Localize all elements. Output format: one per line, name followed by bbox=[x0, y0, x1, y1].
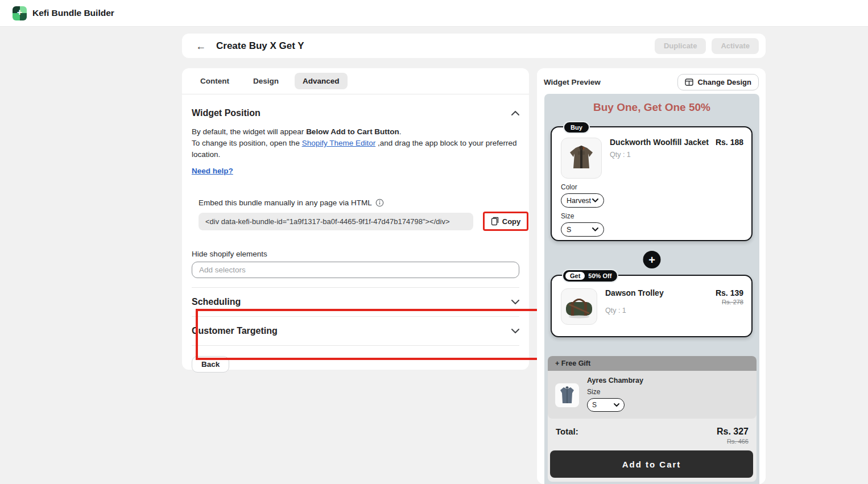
chevron-down-icon bbox=[592, 198, 598, 202]
widget-position-header[interactable]: Widget Position bbox=[192, 94, 519, 126]
embed-label: Embed this bundle manually in any page v… bbox=[199, 198, 384, 207]
copy-button[interactable]: Copy bbox=[483, 212, 528, 231]
buy-badge: Buy bbox=[563, 121, 590, 134]
selectors-input[interactable] bbox=[192, 262, 519, 278]
embed-code-field[interactable]: <div data-kefi-bundle-id="1a9f1317-ba0f-… bbox=[199, 213, 473, 230]
product-name: Dawson Trolley bbox=[605, 288, 664, 297]
add-to-cart-button[interactable]: Add to Cart bbox=[550, 450, 753, 478]
tab-design[interactable]: Design bbox=[245, 73, 287, 89]
page-header: ← Create Buy X Get Y Duplicate Activate bbox=[182, 34, 766, 58]
position-description: By default, the widget will appear Below… bbox=[192, 126, 519, 160]
product-qty: Qty : 1 bbox=[605, 307, 743, 315]
app-title: Kefi Bundle Builder bbox=[32, 8, 114, 18]
change-design-button[interactable]: Change Design bbox=[677, 74, 759, 90]
size-select[interactable]: S bbox=[561, 222, 604, 237]
widget-preview-label: Widget Preview bbox=[544, 78, 601, 86]
embed-section: Embed this bundle manually in any page v… bbox=[192, 189, 519, 242]
plus-icon[interactable]: + bbox=[643, 251, 661, 268]
product-price: Rs. 188 bbox=[716, 138, 743, 147]
product-price: Rs. 139 bbox=[716, 288, 743, 297]
total-label: Total: bbox=[556, 427, 578, 445]
free-gift-header: + Free Gift bbox=[548, 356, 757, 371]
tab-bar: Content Design Advanced bbox=[182, 68, 529, 94]
gift-product-name: Ayres Chambray bbox=[587, 377, 643, 384]
back-arrow-icon[interactable]: ← bbox=[196, 41, 206, 51]
trolley-product-image bbox=[561, 288, 597, 325]
widget-preview-card: Widget Preview Change Design Buy One, Ge… bbox=[537, 68, 766, 484]
product-qty: Qty : 1 bbox=[610, 151, 743, 159]
chevron-up-icon[interactable] bbox=[511, 111, 519, 115]
need-help-link[interactable]: Need help? bbox=[192, 167, 233, 175]
scheduling-title: Scheduling bbox=[192, 297, 241, 307]
clipboard-icon bbox=[491, 217, 499, 226]
size-label: Size bbox=[561, 212, 742, 220]
page-title: Create Buy X Get Y bbox=[216, 40, 304, 52]
settings-card: Content Design Advanced Widget Position … bbox=[182, 68, 529, 370]
widget-preview-panel: Buy One, Get One 50% Buy Duckworth Wool bbox=[544, 94, 759, 484]
shirt-product-image bbox=[555, 383, 579, 407]
get-badge: Get 50% Off bbox=[562, 269, 618, 283]
summary-box: + Free Gift Ayres Chambray Size S bbox=[548, 356, 757, 482]
product-compare-price: Rs. 278 bbox=[711, 299, 743, 305]
chevron-down-icon[interactable] bbox=[511, 300, 519, 304]
chevron-down-icon bbox=[614, 403, 619, 407]
buy-product-card: Buy Duckworth Woolfill Jacket Rs. 188 bbox=[551, 126, 753, 241]
tab-content[interactable]: Content bbox=[192, 73, 237, 89]
color-label: Color bbox=[561, 183, 742, 191]
duplicate-button[interactable]: Duplicate bbox=[655, 38, 706, 54]
chevron-down-icon bbox=[592, 227, 598, 231]
jacket-product-image bbox=[561, 138, 602, 179]
widget-position-title: Widget Position bbox=[192, 108, 261, 118]
color-select[interactable]: Harvest bbox=[561, 193, 604, 208]
free-gift-body: Ayres Chambray Size S bbox=[548, 371, 757, 419]
get-product-card: Get 50% Off Dawson Trolley bbox=[551, 275, 753, 337]
info-icon[interactable] bbox=[375, 198, 384, 207]
shopify-theme-editor-link[interactable]: Shopify Theme Editor bbox=[302, 139, 376, 147]
bundle-title: Buy One, Get One 50% bbox=[544, 101, 759, 114]
top-app-bar: + Kefi Bundle Builder bbox=[0, 0, 868, 27]
gift-size-label: Size bbox=[587, 388, 643, 396]
hide-elements-label: Hide shopify elements bbox=[192, 250, 519, 258]
layout-icon bbox=[685, 78, 693, 86]
app-logo-icon: + bbox=[13, 6, 27, 20]
tab-advanced[interactable]: Advanced bbox=[295, 73, 348, 89]
total-price: Rs. 327 bbox=[717, 427, 749, 437]
product-name: Duckworth Woolfill Jacket bbox=[610, 138, 709, 147]
total-compare-price: Rs. 466 bbox=[717, 438, 749, 445]
gift-size-select[interactable]: S bbox=[587, 398, 625, 412]
activate-button[interactable]: Activate bbox=[712, 38, 759, 54]
red-highlight-box bbox=[196, 309, 540, 360]
